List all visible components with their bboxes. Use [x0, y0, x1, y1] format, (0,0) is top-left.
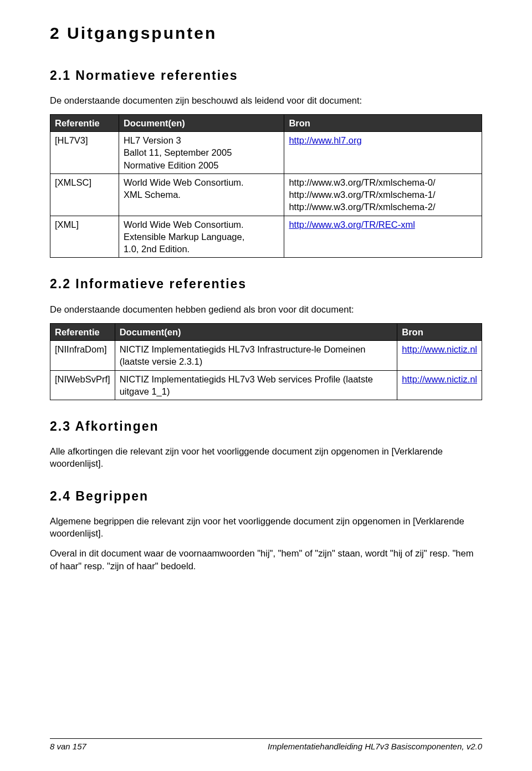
heading-chapter: 2 Uitgangspunten [50, 22, 482, 45]
cell-bron: http://www.hl7.org [284, 132, 482, 174]
page-footer: 8 van 157 Implementatiehandleiding HL7v3… [50, 738, 482, 752]
heading-s24: 2.4 Begrippen [50, 488, 482, 505]
th-doc: Document(en) [115, 323, 397, 340]
cell-doc: World Wide Web Consortium. XML Schema. [119, 173, 284, 216]
text-23: Alle afkortingen die relevant zijn voor … [50, 445, 482, 470]
table-row: [XMLSC] World Wide Web Consortium. XML S… [50, 173, 482, 216]
table-informative-refs: Referentie Document(en) Bron [NIInfraDom… [50, 323, 482, 400]
heading-s22: 2.2 Informatieve referenties [50, 275, 482, 293]
th-bron: Bron [284, 114, 482, 131]
table-row: [HL7V3] HL7 Version 3 Ballot 11, Septemb… [50, 132, 482, 174]
table-row: [XML] World Wide Web Consortium. Extensi… [50, 216, 482, 258]
text-24a: Algemene begrippen die relevant zijn voo… [50, 515, 482, 540]
link-rec-xml[interactable]: http://www.w3.org/TR/REC-xml [289, 219, 415, 229]
link-nictiz[interactable]: http://www.nictiz.nl [402, 374, 477, 384]
cell-ref: [NIWebSvPrf] [50, 370, 115, 400]
th-bron: Bron [397, 323, 482, 340]
footer-right: Implementatiehandleiding HL7v3 Basiscomp… [268, 741, 482, 752]
th-ref: Referentie [50, 114, 119, 131]
th-doc: Document(en) [119, 114, 284, 131]
cell-ref: [NIInfraDom] [50, 341, 115, 371]
cell-doc: World Wide Web Consortium. Extensible Ma… [119, 216, 284, 258]
text-24b: Overal in dit document waar de voornaamw… [50, 547, 482, 572]
cell-doc: NICTIZ Implementatiegids HL7v3 Infrastru… [115, 341, 397, 371]
table-row: [NIWebSvPrf] NICTIZ Implementatiegids HL… [50, 370, 482, 400]
link-hl7[interactable]: http://www.hl7.org [289, 135, 361, 145]
table-normative-refs: Referentie Document(en) Bron [HL7V3] HL7… [50, 114, 482, 258]
bron-line: http://www.w3.org/TR/xmlschema-0/ [289, 177, 435, 187]
cell-doc: NICTIZ Implementatiegids HL7v3 Web servi… [115, 370, 397, 400]
bron-line: http://www.w3.org/TR/xmlschema-2/ [289, 202, 435, 212]
cell-doc: HL7 Version 3 Ballot 11, September 2005 … [119, 132, 284, 174]
intro-22: De onderstaande documenten hebben gedien… [50, 303, 482, 315]
cell-ref: [HL7V3] [50, 132, 119, 174]
cell-bron: http://www.w3.org/TR/xmlschema-0/ http:/… [284, 173, 482, 216]
cell-bron: http://www.w3.org/TR/REC-xml [284, 216, 482, 258]
table-row: [NIInfraDom] NICTIZ Implementatiegids HL… [50, 341, 482, 371]
intro-21: De onderstaande documenten zijn beschouw… [50, 94, 482, 106]
link-nictiz[interactable]: http://www.nictiz.nl [402, 344, 477, 354]
footer-left: 8 van 157 [50, 741, 86, 752]
th-ref: Referentie [50, 323, 115, 340]
cell-bron: http://www.nictiz.nl [397, 370, 482, 400]
heading-s23: 2.3 Afkortingen [50, 418, 482, 435]
cell-ref: [XML] [50, 216, 119, 258]
cell-bron: http://www.nictiz.nl [397, 341, 482, 371]
cell-ref: [XMLSC] [50, 173, 119, 216]
heading-s21: 2.1 Normatieve referenties [50, 67, 482, 84]
bron-line: http://www.w3.org/TR/xmlschema-1/ [289, 190, 435, 200]
